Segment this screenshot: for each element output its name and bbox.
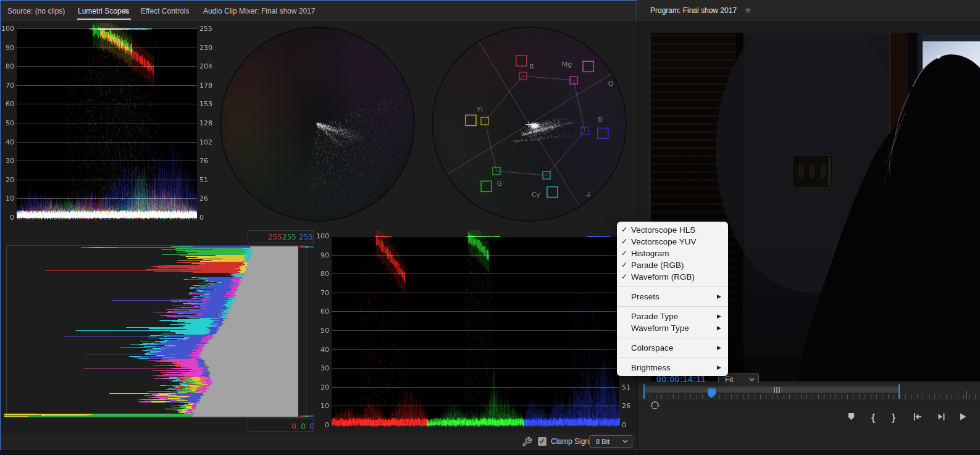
head-highlight [937, 55, 940, 59]
menu-item-histogram[interactable]: ✓Histogram [617, 248, 728, 259]
checkmark-icon: ✓ [621, 248, 627, 259]
menu-item-waveform-type[interactable]: Waveform Type▶ [617, 322, 728, 334]
premiere-window: Source: (no clips) Lumetri Scopes ≡ Effe… [0, 0, 980, 455]
menu-item-label: Parade Type [631, 312, 678, 321]
menu-item-colorspace[interactable]: Colorspace▶ [617, 342, 728, 354]
menu-item-label: Vectorscope HLS [631, 225, 695, 235]
transport-controls: { } [638, 407, 980, 429]
menu-item-parade-type[interactable]: Parade Type▶ [617, 311, 728, 322]
add-marker-button[interactable] [845, 412, 857, 424]
menu-item-label: Vectorscope YUV [631, 237, 697, 246]
clamp-signal-checkbox[interactable]: ✓ [538, 437, 547, 446]
lumetri-scopes-content [1, 22, 637, 449]
mark-in-button[interactable]: { [867, 412, 879, 424]
program-panel-menu-icon[interactable]: ≡ [745, 0, 750, 21]
menu-item-vectorscope-hls[interactable]: ✓Vectorscope HLS [617, 224, 728, 236]
time-ruler[interactable] [638, 383, 980, 401]
checkmark-icon: ✓ [621, 236, 627, 248]
submenu-arrow-icon: ▶ [717, 362, 721, 374]
checkmark-icon: ✓ [621, 224, 627, 236]
submenu-arrow-icon: ▶ [717, 342, 721, 354]
menu-separator [617, 357, 728, 358]
vectorscope-hls [219, 25, 416, 223]
menu-item-label: Histogram [631, 249, 669, 258]
waveform-rgb-scope [1, 23, 216, 227]
settings-wrench-icon[interactable] [522, 436, 532, 447]
menu-item-label: Waveform Type [631, 324, 689, 333]
vectorscope-yuv [430, 25, 628, 223]
left-panel-tabbar: Source: (no clips) Lumetri Scopes ≡ Effe… [1, 1, 637, 22]
submenu-arrow-icon: ▶ [717, 291, 721, 303]
bit-depth-value: 8 Bit [596, 438, 609, 445]
bit-depth-dropdown[interactable]: 8 Bit [589, 435, 632, 448]
menu-item-presets[interactable]: Presets▶ [617, 291, 728, 303]
menu-separator [617, 306, 728, 307]
menu-item-waveform-rgb[interactable]: ✓Waveform (RGB) [617, 271, 728, 283]
play-button[interactable] [957, 412, 969, 424]
menu-item-label: Presets [631, 292, 660, 301]
menu-item-label: Parade (RGB) [631, 261, 684, 270]
go-to-in-button[interactable] [911, 412, 924, 424]
submenu-arrow-icon: ▶ [717, 322, 721, 334]
menu-item-parade-rgb[interactable]: ✓Parade (RGB) [617, 259, 728, 271]
tab-program[interactable]: Program: Final show 2017 [650, 0, 737, 21]
light-switch [792, 156, 833, 188]
histogram-scope [4, 229, 314, 433]
tab-source[interactable]: Source: (no clips) [7, 1, 65, 22]
submenu-arrow-icon: ▶ [717, 311, 721, 322]
tab-effect-controls[interactable]: Effect Controls [141, 1, 189, 22]
menu-separator [617, 338, 728, 338]
time-ruler-area [638, 383, 980, 401]
step-back-button[interactable] [935, 412, 947, 424]
program-tabbar: Program: Final show 2017 ≡ [638, 0, 980, 22]
active-tab-underline [77, 19, 131, 20]
checkmark-icon: ✓ [621, 271, 627, 283]
window-roller-shade [923, 35, 980, 41]
chevron-down-icon [622, 440, 628, 443]
tab-audio-clip-mixer[interactable]: Audio Clip Mixer: Final show 2017 [203, 1, 315, 22]
menu-item-label: Brightness [631, 363, 671, 372]
parade-rgb-scope [312, 230, 639, 434]
menu-item-brightness[interactable]: Brightness▶ [617, 362, 728, 374]
checkmark-icon: ✓ [621, 259, 627, 271]
menu-item-label: Colorspace [631, 343, 673, 353]
clamp-signal-label: Clamp Signal [551, 437, 595, 446]
chevron-down-icon [749, 378, 755, 382]
menu-item-label: Waveform (RGB) [631, 272, 695, 282]
playhead[interactable] [708, 388, 716, 394]
scopes-footer-bar: ✓ Clamp Signal 8 Bit [1, 433, 636, 450]
scopes-context-menu: ✓Vectorscope HLS✓Vectorscope YUV✓Histogr… [617, 222, 728, 376]
lumetri-scopes-panel: Source: (no clips) Lumetri Scopes ≡ Effe… [0, 0, 637, 450]
menu-separator [617, 286, 728, 287]
menu-item-vectorscope-yuv[interactable]: ✓Vectorscope YUV [617, 236, 728, 248]
mark-out-button[interactable]: } [887, 412, 900, 424]
